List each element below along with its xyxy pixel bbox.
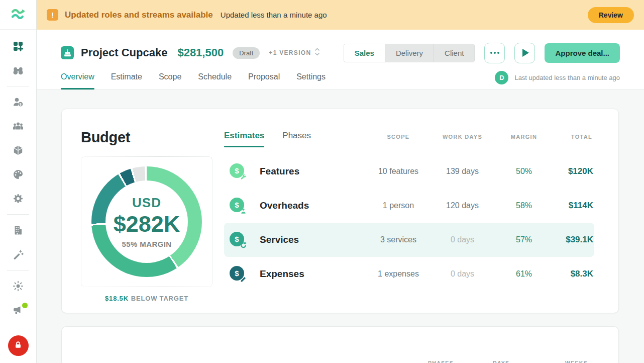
sidebar-nav: $	[0, 30, 36, 335]
donut-currency: USD	[132, 195, 161, 211]
sidebar-divider	[7, 270, 29, 270]
play-button[interactable]	[514, 43, 535, 63]
binoculars-icon	[12, 64, 24, 76]
stat-days: DAYS 120 days	[493, 360, 553, 363]
below-target-note: $18.5KBELOW TARGET	[81, 295, 212, 302]
sidebar-item-branding[interactable]	[8, 164, 28, 185]
row-workdays: 0 days	[428, 235, 496, 244]
column-header-workdays: WORK DAYS	[428, 134, 496, 147]
sidebar-item-rates[interactable]: $	[8, 92, 28, 112]
last-updated-text: Last updated less than a minute ago	[514, 74, 620, 81]
budget-tab-estimates[interactable]: Estimates	[224, 131, 264, 147]
column-header-margin: MARGIN	[496, 134, 552, 147]
row-name: Features	[260, 166, 299, 177]
tab-scope[interactable]: Scope	[159, 72, 181, 89]
sidebar-item-theme[interactable]	[8, 276, 28, 296]
tab-estimate[interactable]: Estimate	[111, 72, 142, 89]
palette-icon	[12, 168, 24, 180]
table-row-expenses[interactable]: $ Expenses 1 expenses 0 days 61% $8.3K	[224, 257, 594, 291]
sidebar-item-automation[interactable]	[8, 244, 28, 264]
sidebar: $	[0, 0, 37, 363]
table-row-features[interactable]: $ Features 10 features 139 days 50% $120…	[224, 154, 594, 189]
column-header-scope: SCOPE	[368, 134, 428, 147]
chevron-up-down-icon[interactable]	[314, 47, 320, 58]
row-margin: 57%	[496, 235, 552, 244]
view-switcher: Sales Delivery Client	[344, 44, 475, 62]
review-button[interactable]: Review	[588, 7, 634, 23]
row-margin: 58%	[496, 201, 552, 210]
stat-label: WEEKS	[565, 360, 606, 363]
stat-label: DAYS	[493, 360, 553, 363]
more-actions-button[interactable]	[484, 43, 505, 63]
project-header: Project Cupcake $281,500 Draft +1 VERSIO…	[37, 30, 644, 90]
project-nav-tabs: Overview Estimate Scope Schedule Proposa…	[61, 72, 326, 89]
row-total: $120K	[552, 166, 594, 176]
play-icon	[522, 49, 529, 57]
below-target-value: $18.5K	[105, 295, 129, 302]
table-row-overheads[interactable]: $ Overheads 1 person 120 days 58% $114K	[224, 189, 594, 223]
avatar[interactable]: D	[495, 71, 508, 84]
magic-wand-icon	[12, 248, 24, 260]
team-icon	[12, 120, 24, 132]
budget-donut[interactable]: USD $282K 55% MARGIN	[91, 166, 202, 277]
donut-margin: 55% MARGIN	[122, 240, 171, 248]
sidebar-item-dashboard[interactable]	[8, 36, 28, 56]
sidebar-item-products[interactable]	[8, 140, 28, 160]
segment-delivery[interactable]: Delivery	[385, 44, 434, 62]
sun-icon	[12, 280, 24, 292]
stat-phases: PHASES 1 phase	[428, 360, 481, 363]
lock-button[interactable]	[8, 335, 29, 356]
budget-chart-box: USD $282K 55% MARGIN	[81, 156, 212, 287]
sidebar-divider	[7, 86, 29, 86]
coin-wrench-icon: $	[230, 163, 247, 179]
version-label[interactable]: +1 VERSION	[269, 49, 311, 56]
alert-icon: !	[47, 9, 58, 21]
dashboard-grid-plus-icon	[12, 40, 24, 52]
project-title: Project Cupcake	[81, 46, 167, 59]
project-amount: $281,500	[177, 46, 224, 59]
content-area: Budget USD $282K 55% MARGIN $18.5KBELOW …	[37, 90, 644, 363]
row-total: $39.1K	[552, 235, 594, 245]
donut-amount: $282K	[114, 211, 180, 237]
coin-person-icon: $	[230, 198, 247, 214]
app-logo[interactable]	[0, 0, 36, 30]
row-name: Expenses	[260, 268, 304, 280]
approve-deal-button[interactable]: Approve deal...	[545, 43, 620, 63]
person-dollar-icon: $	[12, 96, 24, 108]
coin-pencil-icon: $	[230, 266, 247, 282]
budget-title: Budget	[81, 129, 224, 146]
budget-card: Budget USD $282K 55% MARGIN $18.5KBELOW …	[61, 109, 619, 313]
notification-dot	[22, 303, 28, 308]
sidebar-item-explore[interactable]	[8, 60, 28, 80]
row-total: $114K	[552, 201, 594, 211]
row-scope: 10 features	[368, 167, 428, 176]
row-workdays: 120 days	[428, 201, 496, 210]
svg-text:$: $	[20, 103, 22, 107]
timeline-card: Timeline Phases Resources PHASES 1 phase…	[61, 326, 619, 363]
building-icon	[12, 224, 24, 236]
sidebar-item-announcements[interactable]	[8, 300, 28, 320]
segment-sales[interactable]: Sales	[344, 44, 385, 62]
tab-overview[interactable]: Overview	[61, 72, 94, 89]
column-header-total: TOTAL	[552, 134, 594, 147]
row-workdays: 139 days	[428, 167, 496, 176]
coin-refresh-icon: $	[230, 232, 247, 248]
row-scope: 3 services	[368, 235, 428, 244]
row-margin: 61%	[496, 269, 552, 279]
project-cake-icon	[61, 46, 74, 59]
tab-settings[interactable]: Settings	[296, 72, 326, 89]
sidebar-item-company[interactable]	[8, 220, 28, 240]
row-total: $8.3K	[552, 269, 594, 279]
timeline-title: Timeline	[81, 361, 224, 363]
sidebar-item-settings[interactable]	[8, 189, 28, 209]
table-row-services[interactable]: $ Services 3 services 0 days 57% $39.1K	[224, 223, 594, 257]
row-name: Services	[260, 234, 299, 245]
budget-tab-phases[interactable]: Phases	[282, 131, 311, 147]
tab-schedule[interactable]: Schedule	[198, 72, 232, 89]
ellipsis-icon	[489, 52, 500, 54]
tab-proposal[interactable]: Proposal	[248, 72, 280, 89]
sidebar-item-team[interactable]	[8, 116, 28, 136]
segment-client[interactable]: Client	[434, 44, 474, 62]
below-target-label: BELOW TARGET	[131, 295, 188, 302]
row-scope: 1 person	[368, 201, 428, 210]
